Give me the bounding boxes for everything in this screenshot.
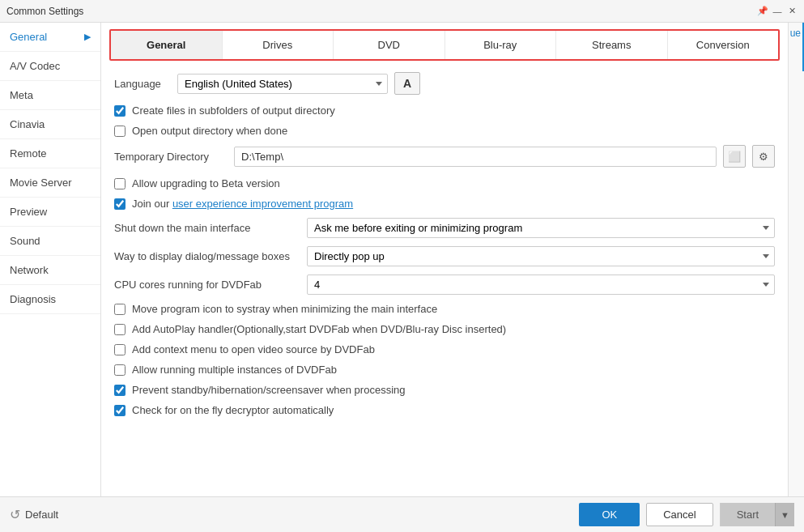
join-ux-label: Join our user experience improvement pro… xyxy=(132,198,353,210)
settings-panel: Language English (United States) Chinese… xyxy=(101,66,788,496)
content-area: General Drives DVD Blu-ray Streams Conve… xyxy=(101,23,788,496)
cpu-cores-label: CPU cores running for DVDFab xyxy=(114,279,300,291)
create-subfolders-label: Create files in subfolders of output dir… xyxy=(132,104,335,117)
context-menu-label: Add context menu to open video source by… xyxy=(132,343,375,355)
sidebar-item-preview[interactable]: Preview xyxy=(0,198,100,227)
cancel-button[interactable]: Cancel xyxy=(646,503,713,526)
checkbox-context-menu: Add context menu to open video source by… xyxy=(114,343,775,355)
multiple-instances-checkbox[interactable] xyxy=(114,364,125,376)
start-dropdown-arrow[interactable]: ▼ xyxy=(775,503,794,526)
footer-actions: OK Cancel Start ▼ xyxy=(579,503,794,526)
right-panel: ue xyxy=(788,23,804,496)
sidebar-item-label: Cinavia xyxy=(10,118,45,130)
sidebar-item-network[interactable]: Network xyxy=(0,256,100,285)
checkbox-multiple-instances: Allow running multiple instances of DVDF… xyxy=(114,364,775,376)
display-dialogs-select[interactable]: Directly pop up Tray notification xyxy=(307,246,775,266)
sidebar: General ▶ A/V Codec Meta Cinavia Remote … xyxy=(0,23,101,496)
language-select[interactable]: English (United States) Chinese (Simplif… xyxy=(177,74,388,94)
checkbox-create-subfolders: Create files in subfolders of output dir… xyxy=(114,104,775,117)
main-container: General ▶ A/V Codec Meta Cinavia Remote … xyxy=(0,23,804,496)
tabs-row: General Drives DVD Blu-ray Streams Conve… xyxy=(109,29,780,61)
allow-beta-label: Allow upgrading to Beta version xyxy=(132,177,280,189)
sidebar-item-label: Diagnosis xyxy=(10,293,56,305)
sidebar-item-label: Movie Server xyxy=(10,177,72,189)
sidebar-item-cinavia[interactable]: Cinavia xyxy=(0,110,100,139)
sidebar-item-label: A/V Codec xyxy=(10,60,60,72)
checkbox-open-output: Open output directory when done xyxy=(114,125,775,137)
footer: ↺ Default OK Cancel Start ▼ xyxy=(0,496,804,532)
ux-program-link[interactable]: user experience improvement program xyxy=(172,198,353,210)
chevron-right-icon: ▶ xyxy=(84,32,91,42)
temp-dir-settings-button[interactable]: ⚙ xyxy=(752,145,775,168)
check-decrypt-checkbox[interactable] xyxy=(114,405,125,416)
temp-dir-copy-button[interactable]: ⬜ xyxy=(723,145,746,168)
language-row: Language English (United States) Chinese… xyxy=(114,72,775,95)
language-label: Language xyxy=(114,78,171,90)
open-output-checkbox[interactable] xyxy=(114,126,125,137)
context-menu-checkbox[interactable] xyxy=(114,344,125,355)
autoplay-checkbox[interactable] xyxy=(114,324,125,335)
checkbox-check-decrypt: Check for on the fly decryptor automatic… xyxy=(114,404,775,416)
join-ux-text: Join our xyxy=(132,198,172,210)
window-controls: 📌 — ✕ xyxy=(757,6,798,17)
allow-beta-checkbox[interactable] xyxy=(114,178,125,189)
sidebar-item-label: Sound xyxy=(10,235,40,247)
sidebar-item-movie-server[interactable]: Movie Server xyxy=(0,168,100,198)
temp-dir-row: Temporary Directory ⬜ ⚙ xyxy=(114,145,775,168)
sidebar-item-label: Meta xyxy=(10,89,33,101)
sidebar-item-general[interactable]: General ▶ xyxy=(0,23,100,52)
temp-dir-input[interactable] xyxy=(234,147,717,167)
font-button[interactable]: A xyxy=(394,72,420,95)
shutdown-label: Shut down the main interface xyxy=(114,222,300,234)
shutdown-select[interactable]: Ask me before exiting or minimizing prog… xyxy=(307,218,775,238)
sidebar-item-av-codec[interactable]: A/V Codec xyxy=(0,52,100,81)
sidebar-item-label: Preview xyxy=(10,206,47,218)
tab-drives[interactable]: Drives xyxy=(223,31,334,59)
sidebar-item-label: General xyxy=(10,31,47,43)
tab-general[interactable]: General xyxy=(111,31,223,59)
prevent-standby-checkbox[interactable] xyxy=(114,385,125,396)
cpu-cores-row: CPU cores running for DVDFab 1 2 3 4 5 6… xyxy=(114,275,775,295)
move-icon-label: Move program icon to systray when minimi… xyxy=(132,303,437,315)
shutdown-row: Shut down the main interface Ask me befo… xyxy=(114,218,775,238)
join-ux-checkbox[interactable] xyxy=(114,198,125,210)
checkbox-join-ux: Join our user experience improvement pro… xyxy=(114,198,775,210)
sidebar-item-meta[interactable]: Meta xyxy=(0,81,100,110)
start-area: Start ▼ xyxy=(720,503,794,526)
check-decrypt-label: Check for on the fly decryptor automatic… xyxy=(132,404,334,416)
sidebar-item-remote[interactable]: Remote xyxy=(0,139,100,168)
default-button[interactable]: ↺ Default xyxy=(10,507,58,522)
checkbox-autoplay: Add AutoPlay handler(Optionally,start DV… xyxy=(114,323,775,335)
ok-button[interactable]: OK xyxy=(579,503,640,526)
cpu-cores-select[interactable]: 1 2 3 4 5 6 7 8 xyxy=(307,275,775,295)
default-label: Default xyxy=(25,509,58,521)
sidebar-item-sound[interactable]: Sound xyxy=(0,227,100,256)
reset-icon: ↺ xyxy=(10,507,20,522)
window-title: Common Settings xyxy=(6,6,83,17)
tab-streams[interactable]: Streams xyxy=(556,31,668,59)
sidebar-item-diagnosis[interactable]: Diagnosis xyxy=(0,285,100,314)
ue-text: ue xyxy=(790,28,801,39)
autoplay-label: Add AutoPlay handler(Optionally,start DV… xyxy=(132,323,506,335)
tab-conversion[interactable]: Conversion xyxy=(668,31,779,59)
pin-button[interactable]: 📌 xyxy=(757,6,768,17)
minimize-button[interactable]: — xyxy=(772,6,783,17)
sidebar-item-label: Network xyxy=(10,264,49,276)
temp-dir-label: Temporary Directory xyxy=(114,151,228,163)
prevent-standby-label: Prevent standby/hibernation/screensaver … xyxy=(132,384,405,396)
checkbox-prevent-standby: Prevent standby/hibernation/screensaver … xyxy=(114,384,775,396)
checkbox-allow-beta: Allow upgrading to Beta version xyxy=(114,177,775,189)
multiple-instances-label: Allow running multiple instances of DVDF… xyxy=(132,364,337,376)
tab-dvd[interactable]: DVD xyxy=(334,31,445,59)
title-bar: Common Settings 📌 — ✕ xyxy=(0,0,804,23)
checkbox-move-icon: Move program icon to systray when minimi… xyxy=(114,303,775,315)
tab-bluray[interactable]: Blu-ray xyxy=(445,31,557,59)
close-button[interactable]: ✕ xyxy=(786,6,798,17)
display-dialogs-label: Way to display dialog/message boxes xyxy=(114,250,300,262)
sidebar-item-label: Remote xyxy=(10,147,47,160)
display-dialogs-row: Way to display dialog/message boxes Dire… xyxy=(114,246,775,266)
open-output-label: Open output directory when done xyxy=(132,125,287,137)
move-icon-checkbox[interactable] xyxy=(114,304,125,315)
start-button[interactable]: Start xyxy=(721,503,775,526)
create-subfolders-checkbox[interactable] xyxy=(114,105,125,117)
